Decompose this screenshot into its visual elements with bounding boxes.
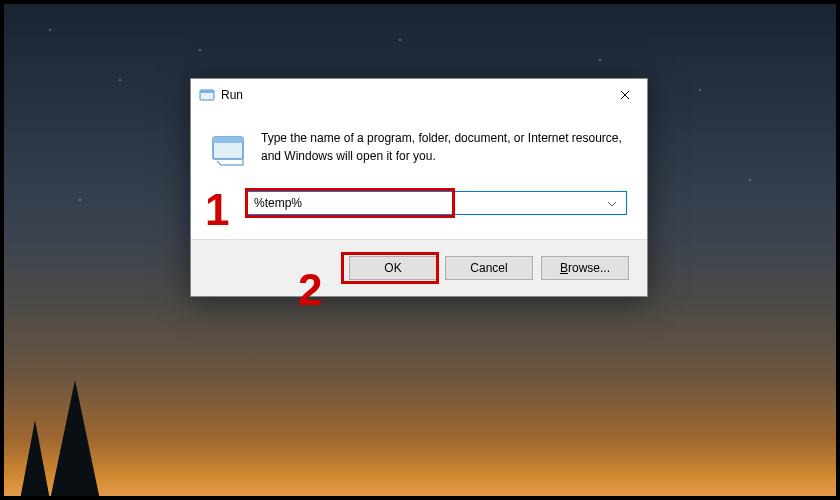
browse-rest: rowse... — [568, 261, 610, 275]
run-window-icon — [199, 87, 215, 103]
open-combobox[interactable] — [247, 191, 627, 215]
browse-accelerator: B — [560, 261, 568, 275]
open-input[interactable] — [248, 193, 602, 213]
titlebar: Run — [191, 79, 647, 111]
run-dialog: Run Type the name of a program, folder, … — [190, 78, 648, 297]
desktop-tree-silhouette-small — [20, 420, 50, 500]
instruction-text: Type the name of a program, folder, docu… — [261, 129, 627, 167]
combobox-dropdown-button[interactable] — [602, 198, 622, 209]
run-program-icon — [211, 131, 247, 167]
svg-rect-3 — [213, 137, 243, 143]
close-button[interactable] — [602, 79, 647, 111]
chevron-down-icon — [607, 198, 617, 209]
dialog-body: Type the name of a program, folder, docu… — [191, 111, 647, 191]
ok-button[interactable]: OK — [349, 256, 437, 280]
window-title: Run — [221, 88, 602, 102]
svg-rect-1 — [200, 90, 214, 93]
browse-button[interactable]: Browse... — [541, 256, 629, 280]
dialog-footer: OK Cancel Browse... — [191, 239, 647, 296]
desktop-tree-silhouette — [50, 380, 100, 500]
close-icon — [620, 87, 630, 103]
cancel-button[interactable]: Cancel — [445, 256, 533, 280]
input-row — [191, 191, 647, 239]
